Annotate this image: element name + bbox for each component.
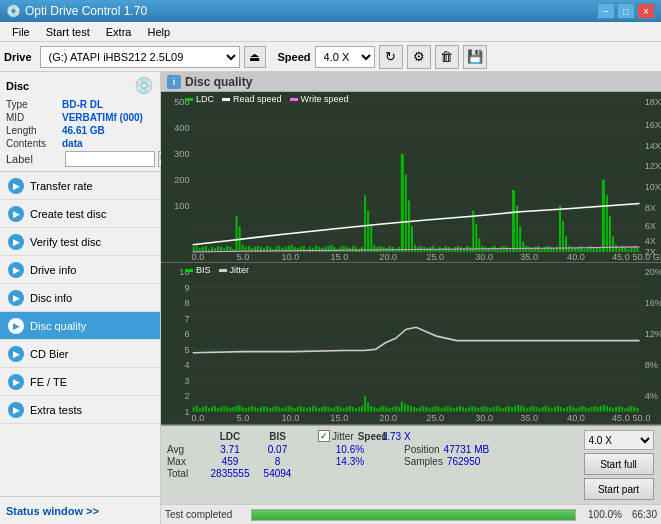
svg-rect-103 [408, 200, 410, 252]
svg-rect-344 [588, 408, 590, 411]
start-part-button[interactable]: Start part [584, 478, 654, 500]
fe-te-icon: ▶ [8, 374, 24, 390]
position-value: 47731 MB [444, 444, 490, 455]
label-input[interactable] [65, 151, 155, 167]
svg-rect-286 [410, 406, 412, 412]
svg-rect-288 [416, 408, 418, 411]
svg-rect-270 [361, 406, 363, 412]
ldc-chart-svg: 500 400 300 200 100 18X 16X 14X 12X 10X … [161, 92, 661, 262]
drive-toolbar: Drive (G:) ATAPI iHBS212 2.5L09 ⏏ Speed … [0, 42, 661, 72]
menu-start-test[interactable]: Start test [38, 24, 98, 40]
svg-text:35.0: 35.0 [520, 412, 538, 423]
sidebar-item-disc-quality[interactable]: ▶ Disc quality [0, 312, 160, 340]
svg-rect-303 [462, 407, 464, 411]
stats-avg-row: Avg 3.71 0.07 10.6% Position 47731 MB [167, 444, 570, 455]
stats-header-row: LDC BIS ✓ Jitter Speed 1.73 X [167, 430, 570, 442]
svg-rect-219 [205, 406, 207, 412]
sidebar-item-disc-info[interactable]: ▶ Disc info [0, 284, 160, 312]
jitter-checkbox[interactable]: ✓ [318, 430, 330, 442]
svg-rect-304 [465, 408, 467, 411]
start-full-button[interactable]: Start full [584, 453, 654, 475]
svg-rect-169 [612, 237, 614, 252]
status-window-button[interactable]: Status window >> [6, 505, 99, 517]
sidebar-item-verify-test-disc[interactable]: ▶ Verify test disc [0, 228, 160, 256]
stats-max-row: Max 459 8 14.3% Samples 762950 [167, 456, 570, 467]
sidebar-item-label: Create test disc [30, 208, 106, 220]
sidebar-item-label: CD Bier [30, 348, 69, 360]
sidebar-item-fe-te[interactable]: ▶ FE / TE [0, 368, 160, 396]
svg-text:25.0: 25.0 [426, 412, 444, 423]
speed-combo[interactable]: 4.0 X [584, 430, 654, 450]
svg-rect-162 [590, 246, 592, 252]
svg-rect-157 [574, 248, 576, 252]
menu-help[interactable]: Help [139, 24, 178, 40]
ldc-chart: LDC Read speed Write speed [161, 92, 661, 263]
svg-text:5: 5 [184, 344, 189, 355]
menu-extra[interactable]: Extra [98, 24, 140, 40]
svg-rect-324 [526, 408, 528, 411]
sidebar-item-label: FE / TE [30, 376, 67, 388]
svg-rect-289 [419, 407, 421, 411]
svg-rect-170 [615, 245, 617, 252]
svg-rect-262 [337, 406, 339, 412]
minimize-button[interactable]: − [597, 3, 615, 19]
svg-rect-337 [566, 407, 568, 411]
svg-rect-218 [202, 407, 204, 411]
svg-rect-265 [346, 407, 348, 411]
svg-rect-77 [327, 246, 329, 252]
svg-rect-299 [450, 407, 452, 411]
sidebar-item-create-test-disc[interactable]: ▶ Create test disc [0, 200, 160, 228]
verify-test-disc-icon: ▶ [8, 234, 24, 250]
speed-select[interactable]: 4.0 X [315, 46, 375, 68]
eject-button[interactable]: ⏏ [244, 46, 266, 68]
svg-rect-251 [303, 407, 305, 411]
jitter-label: Jitter [332, 431, 354, 442]
svg-rect-263 [340, 407, 342, 411]
svg-rect-229 [235, 406, 237, 412]
svg-rect-237 [260, 407, 262, 411]
svg-rect-102 [405, 175, 407, 252]
svg-rect-298 [447, 406, 449, 412]
close-button[interactable]: × [637, 3, 655, 19]
svg-rect-305 [468, 407, 470, 411]
svg-text:6X: 6X [645, 221, 656, 231]
drive-info-icon: ▶ [8, 262, 24, 278]
bis-legend-label: BIS [196, 265, 211, 275]
svg-rect-235 [254, 407, 256, 411]
disc-label-row: Label 🔍 [6, 151, 154, 167]
write-speed-legend-dot [290, 98, 298, 101]
svg-rect-154 [565, 237, 567, 252]
sidebar-item-cd-bier[interactable]: ▶ CD Bier [0, 340, 160, 368]
refresh-button[interactable]: ↻ [379, 45, 403, 69]
disc-mid-value: VERBATIMf (000) [62, 112, 143, 123]
settings-button[interactable]: ⚙ [407, 45, 431, 69]
svg-text:12X: 12X [645, 161, 661, 171]
svg-rect-33 [193, 247, 195, 252]
svg-rect-326 [532, 406, 534, 412]
svg-rect-269 [358, 407, 360, 411]
disc-erase-button[interactable]: 🗑 [435, 45, 459, 69]
write-speed-legend-item: Write speed [290, 94, 349, 104]
svg-rect-123 [469, 247, 471, 252]
sidebar-item-drive-info[interactable]: ▶ Drive info [0, 256, 160, 284]
svg-rect-319 [511, 407, 513, 411]
svg-rect-114 [442, 248, 444, 252]
svg-rect-228 [232, 407, 234, 411]
svg-rect-352 [612, 408, 614, 411]
svg-rect-140 [522, 242, 524, 252]
svg-rect-349 [603, 405, 605, 412]
titlebar: 💿 Opti Drive Control 1.70 − □ × [0, 0, 661, 22]
sidebar-item-extra-tests[interactable]: ▶ Extra tests [0, 396, 160, 424]
svg-rect-307 [474, 407, 476, 411]
jitter-legend-dot [219, 269, 227, 272]
menu-file[interactable]: File [4, 24, 38, 40]
svg-text:400: 400 [174, 123, 189, 133]
svg-rect-164 [596, 248, 598, 252]
maximize-button[interactable]: □ [617, 3, 635, 19]
drive-select[interactable]: (G:) ATAPI iHBS212 2.5L09 [40, 46, 240, 68]
save-button[interactable]: 💾 [463, 45, 487, 69]
svg-rect-317 [505, 407, 507, 411]
svg-text:35.0: 35.0 [520, 252, 538, 262]
svg-rect-266 [349, 406, 351, 412]
sidebar-item-transfer-rate[interactable]: ▶ Transfer rate [0, 172, 160, 200]
